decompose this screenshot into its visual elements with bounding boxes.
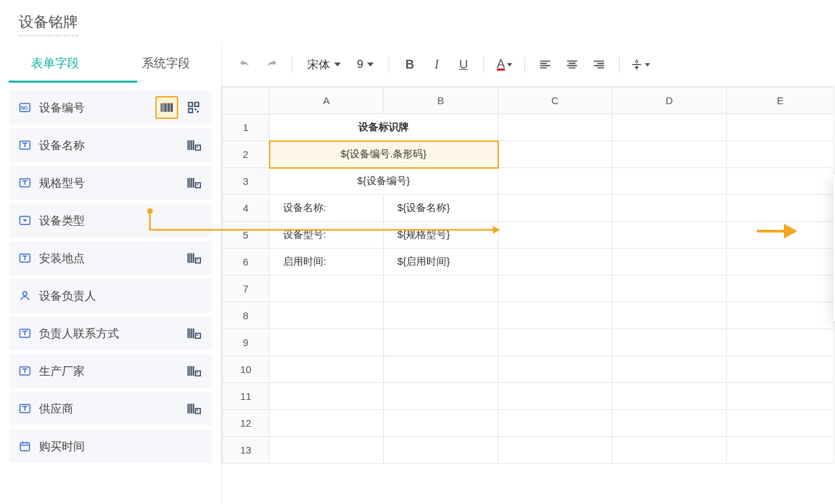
cell[interactable] (498, 249, 612, 276)
undo-button[interactable] (233, 52, 257, 77)
spreadsheet-grid[interactable]: A B C D E 1设备标识牌2${设备编号.条形码}3${设备编号}4设备名… (222, 87, 834, 464)
cell[interactable] (612, 114, 727, 141)
col-header-c[interactable]: C (498, 87, 612, 114)
field-item[interactable]: 购买时间 (9, 429, 212, 463)
cell[interactable]: 启用时间: (270, 249, 384, 276)
field-item[interactable]: 规格型号 (9, 166, 212, 200)
cell[interactable]: ${启用时间} (384, 249, 498, 276)
row-header[interactable]: 5 (223, 222, 270, 249)
field-item[interactable]: 设备负责人 (9, 279, 212, 312)
cell[interactable] (727, 356, 834, 383)
row-header[interactable]: 7 (223, 276, 270, 302)
cell[interactable] (498, 410, 612, 437)
cell[interactable] (498, 302, 612, 329)
col-header-a[interactable]: A (270, 87, 384, 114)
qrcode-icon[interactable] (182, 96, 205, 119)
cell[interactable] (384, 329, 498, 356)
cell[interactable] (612, 437, 727, 464)
field-item[interactable]: 生产厂家 (9, 354, 212, 388)
font-select[interactable]: 宋体 (301, 57, 348, 73)
field-item[interactable]: 供应商 (9, 392, 212, 425)
field-item[interactable]: 负责人联系方式 (9, 317, 212, 350)
cell[interactable] (727, 249, 834, 276)
qrcode-icon[interactable] (182, 134, 205, 157)
cell[interactable] (612, 276, 727, 302)
cell[interactable] (384, 437, 498, 464)
cell[interactable] (498, 276, 612, 302)
cell[interactable] (612, 302, 727, 329)
cell[interactable] (498, 437, 612, 464)
cell[interactable] (727, 141, 834, 168)
field-item[interactable]: 设备名称 (9, 128, 212, 162)
cell[interactable] (498, 383, 612, 410)
row-header[interactable]: 11 (223, 383, 270, 410)
cell[interactable] (270, 356, 384, 383)
row-header[interactable]: 6 (223, 249, 270, 276)
cell[interactable] (498, 114, 612, 141)
field-item[interactable]: 设备类型 (9, 204, 212, 237)
cell[interactable] (727, 329, 834, 356)
cell[interactable] (270, 437, 384, 464)
cell[interactable]: ${设备名称} (384, 195, 498, 222)
cell[interactable] (498, 195, 612, 222)
cell[interactable]: ${规格型号} (384, 222, 498, 249)
cell[interactable]: 设备名称: (270, 195, 384, 222)
align-right-button[interactable] (587, 52, 611, 77)
cell[interactable] (270, 383, 384, 410)
row-header[interactable]: 2 (223, 141, 270, 168)
col-header-d[interactable]: D (612, 87, 727, 114)
cell[interactable] (727, 195, 834, 222)
row-header[interactable]: 3 (223, 168, 270, 195)
cell[interactable] (612, 141, 727, 168)
cell[interactable] (612, 356, 727, 383)
col-header-e[interactable]: E (727, 87, 834, 114)
valign-middle-button[interactable] (628, 52, 652, 77)
align-left-button[interactable] (533, 52, 557, 77)
cell[interactable] (498, 141, 612, 168)
cell[interactable] (270, 329, 384, 356)
cell[interactable] (612, 222, 727, 249)
cell[interactable] (270, 276, 384, 302)
cell[interactable] (612, 329, 727, 356)
cell[interactable] (498, 329, 612, 356)
row-header[interactable]: 8 (223, 302, 270, 329)
qrcode-icon[interactable] (182, 247, 205, 269)
cell[interactable] (727, 410, 834, 437)
font-color-button[interactable]: A (492, 52, 516, 77)
cell[interactable] (612, 249, 727, 276)
row-header[interactable]: 9 (223, 329, 270, 356)
qrcode-icon[interactable] (182, 322, 205, 345)
cell[interactable] (498, 168, 612, 195)
qrcode-icon[interactable] (182, 171, 205, 194)
row-header[interactable]: 10 (223, 356, 270, 383)
cell[interactable] (384, 276, 498, 302)
cell[interactable]: 设备型号: (270, 222, 384, 249)
italic-button[interactable]: I (424, 52, 448, 77)
cell[interactable] (270, 410, 384, 437)
cell[interactable] (727, 302, 834, 329)
cell[interactable] (727, 114, 834, 141)
underline-button[interactable]: U (451, 52, 475, 77)
tab-form-fields[interactable]: 表单字段 (0, 43, 111, 81)
redo-button[interactable] (260, 52, 284, 77)
bold-button[interactable]: B (397, 52, 422, 77)
row-header[interactable]: 1 (223, 114, 270, 141)
align-center-button[interactable] (560, 52, 584, 77)
cell[interactable] (270, 302, 384, 329)
cell-barcode-placeholder[interactable]: ${设备编号.条形码} (270, 141, 498, 168)
cell[interactable] (612, 410, 727, 437)
cell[interactable] (727, 383, 834, 410)
cell[interactable] (612, 195, 727, 222)
cell[interactable] (612, 383, 727, 410)
cell[interactable]: ${设备编号} (270, 168, 498, 195)
row-header[interactable]: 13 (223, 437, 270, 464)
field-item[interactable]: NO.设备编号 (9, 91, 212, 124)
field-item[interactable]: 安装地点 (9, 241, 212, 275)
cell[interactable] (498, 222, 612, 249)
cell[interactable] (612, 168, 727, 195)
cell[interactable] (384, 410, 498, 437)
cell[interactable] (384, 383, 498, 410)
cell[interactable] (727, 437, 834, 464)
tab-system-fields[interactable]: 系统字段 (111, 43, 222, 81)
barcode-icon[interactable] (155, 96, 178, 119)
